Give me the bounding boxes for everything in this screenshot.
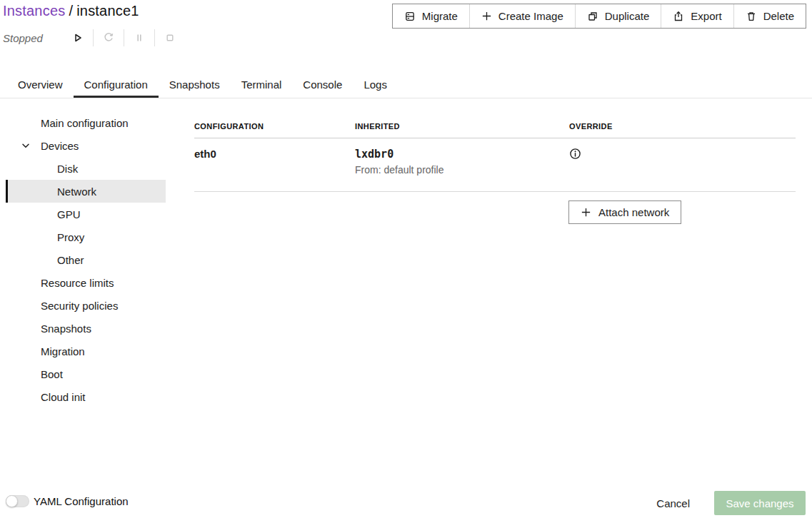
network-configuration-table: CONFIGURATION INHERITED OVERRIDE eth0 lx… xyxy=(194,114,796,192)
migrate-icon xyxy=(404,11,416,22)
info-icon xyxy=(569,148,581,160)
play-icon xyxy=(72,32,84,44)
migrate-button-label: Migrate xyxy=(422,10,458,22)
sidebar-item-snapshots[interactable]: Snapshots xyxy=(6,317,166,340)
inherited-source: From: default profile xyxy=(355,164,569,176)
footer-actions: Cancel Save changes xyxy=(644,491,806,515)
breadcrumb: Instances/instance1 xyxy=(3,3,139,19)
yaml-toggle-label: YAML Configuration xyxy=(34,495,129,507)
delete-button[interactable]: Delete xyxy=(733,4,806,28)
sidebar-item-resource-limits[interactable]: Resource limits xyxy=(6,271,166,294)
create-image-button-label: Create Image xyxy=(498,10,563,22)
duplicate-button-label: Duplicate xyxy=(605,10,650,22)
divider xyxy=(154,29,155,46)
sidebar-item-main-configuration[interactable]: Main configuration xyxy=(6,111,166,134)
sidebar-item-migration[interactable]: Migration xyxy=(6,340,166,362)
attach-network-button[interactable]: Attach network xyxy=(568,200,681,224)
sidebar-item-security-policies[interactable]: Security policies xyxy=(6,294,166,317)
stop-icon xyxy=(164,32,176,44)
sidebar-item-disk[interactable]: Disk xyxy=(6,157,166,180)
plus-icon xyxy=(581,207,591,218)
toggle-knob xyxy=(6,495,18,507)
sidebar-item-label: Devices xyxy=(41,140,79,152)
tab-configuration[interactable]: Configuration xyxy=(74,71,159,98)
sidebar-item-other[interactable]: Other xyxy=(6,248,166,271)
export-button-label: Export xyxy=(691,10,721,22)
status-text: Stopped xyxy=(3,32,72,44)
sidebar-item-network[interactable]: Network xyxy=(6,180,166,203)
sidebar-item-boot[interactable]: Boot xyxy=(6,362,166,385)
column-header-inherited: INHERITED xyxy=(355,122,569,131)
instance-actions-toolbar: Migrate Create Image Duplicate Export De… xyxy=(392,4,806,29)
yaml-configuration-toggle[interactable]: YAML Configuration xyxy=(6,495,129,507)
duplicate-button[interactable]: Duplicate xyxy=(575,4,661,28)
inherited-cell: lxdbr0 From: default profile xyxy=(355,148,569,191)
breadcrumb-instances-link[interactable]: Instances xyxy=(3,3,65,19)
cancel-button[interactable]: Cancel xyxy=(644,497,702,509)
override-cell xyxy=(569,148,796,191)
instance-tabs: Overview Configuration Snapshots Termina… xyxy=(0,71,812,98)
inherited-network-value: lxdbr0 xyxy=(355,148,569,161)
tab-overview[interactable]: Overview xyxy=(7,71,74,98)
restart-button[interactable] xyxy=(103,32,114,44)
migrate-button[interactable]: Migrate xyxy=(393,4,469,28)
pause-icon xyxy=(134,32,145,44)
plus-icon xyxy=(481,11,492,21)
export-icon xyxy=(673,11,684,22)
breadcrumb-separator: / xyxy=(65,3,76,19)
column-header-configuration: CONFIGURATION xyxy=(194,122,355,131)
sidebar-item-devices[interactable]: Devices xyxy=(6,134,166,157)
export-button[interactable]: Export xyxy=(661,4,733,28)
save-changes-button[interactable]: Save changes xyxy=(714,491,806,515)
create-image-button[interactable]: Create Image xyxy=(469,4,575,28)
column-header-override: OVERRIDE xyxy=(569,122,796,131)
override-info-button[interactable] xyxy=(569,148,581,160)
divider xyxy=(124,29,124,46)
duplicate-icon xyxy=(587,11,598,22)
device-name: eth0 xyxy=(194,148,355,191)
table-header-row: CONFIGURATION INHERITED OVERRIDE xyxy=(194,114,796,138)
restart-icon xyxy=(103,32,114,44)
stop-button[interactable] xyxy=(164,32,176,44)
start-button[interactable] xyxy=(72,32,84,44)
trash-icon xyxy=(746,11,757,22)
attach-network-button-label: Attach network xyxy=(598,206,669,218)
divider xyxy=(93,29,94,46)
instance-status-row: Stopped xyxy=(3,29,185,47)
tab-terminal[interactable]: Terminal xyxy=(231,71,293,98)
configuration-sidebar: Main configuration Devices Disk Network … xyxy=(0,111,171,408)
tab-snapshots[interactable]: Snapshots xyxy=(159,71,231,98)
chevron-down-icon xyxy=(20,140,31,151)
delete-button-label: Delete xyxy=(763,10,794,22)
tab-logs[interactable]: Logs xyxy=(353,71,398,98)
pause-button[interactable] xyxy=(134,32,145,44)
sidebar-item-proxy[interactable]: Proxy xyxy=(6,225,166,248)
tab-console[interactable]: Console xyxy=(292,71,353,98)
instance-configuration-page: Instances/instance1 Stopped xyxy=(0,0,812,523)
page-title: instance1 xyxy=(76,3,139,19)
sidebar-item-gpu[interactable]: GPU xyxy=(6,203,166,225)
sidebar-item-cloud-init[interactable]: Cloud init xyxy=(6,385,166,408)
toggle-switch-icon[interactable] xyxy=(6,495,29,507)
table-row: eth0 lxdbr0 From: default profile xyxy=(194,138,796,192)
